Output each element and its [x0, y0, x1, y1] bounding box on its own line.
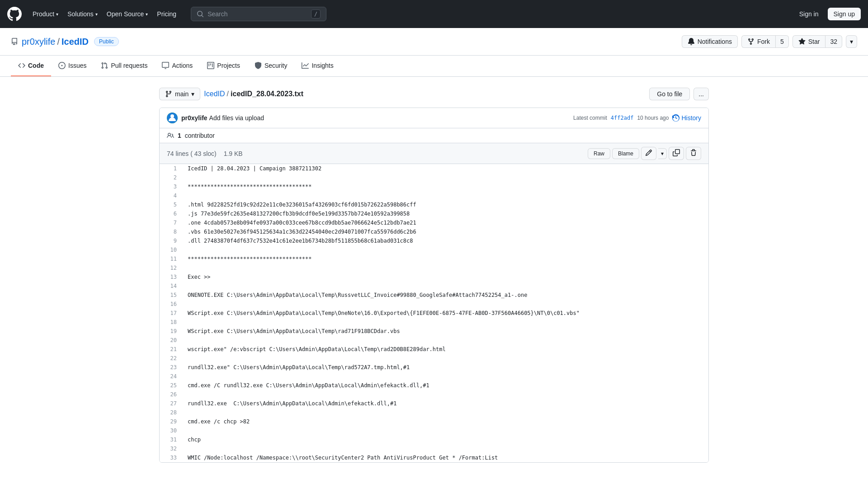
- table-row: 23rundll32.exe" C:\Users\Admin\AppData\L…: [160, 363, 708, 372]
- file-viewer-actions: Raw Blame ▾: [588, 147, 701, 160]
- line-number[interactable]: 10: [160, 245, 182, 254]
- line-code: [182, 191, 708, 200]
- tab-actions[interactable]: Actions: [155, 56, 200, 76]
- line-number[interactable]: 22: [160, 354, 182, 363]
- line-number[interactable]: 24: [160, 372, 182, 381]
- line-number[interactable]: 26: [160, 390, 182, 399]
- commit-author-link[interactable]: pr0xylife: [181, 114, 208, 122]
- line-number[interactable]: 29: [160, 417, 182, 426]
- tab-issues[interactable]: Issues: [51, 56, 94, 76]
- tab-pullrequests[interactable]: Pull requests: [94, 56, 155, 76]
- line-number[interactable]: 33: [160, 453, 182, 462]
- line-number[interactable]: 5: [160, 200, 182, 209]
- line-number[interactable]: 30: [160, 426, 182, 435]
- goto-file-button[interactable]: Go to file: [649, 88, 690, 100]
- table-row: 16: [160, 300, 708, 309]
- sub-nav: Code Issues Pull requests Actions Projec…: [0, 56, 868, 77]
- tab-security[interactable]: Security: [247, 56, 295, 76]
- star-button[interactable]: Star: [793, 35, 826, 48]
- table-row: 10: [160, 245, 708, 254]
- table-row: 7.one 4cdab0573e8b094fe0937a00c033cee67b…: [160, 218, 708, 227]
- line-number[interactable]: 1: [160, 164, 182, 173]
- svg-point-0: [170, 114, 174, 118]
- branch-selector[interactable]: main ▾: [159, 88, 200, 100]
- file-path-repo[interactable]: IcedID: [204, 90, 225, 98]
- github-logo[interactable]: [7, 7, 22, 21]
- fork-button[interactable]: Fork: [741, 35, 776, 48]
- search-shortcut: /: [311, 9, 321, 19]
- edit-button[interactable]: [641, 147, 656, 160]
- nav-product[interactable]: Product ▾: [29, 8, 62, 20]
- history-icon: [672, 114, 679, 122]
- line-number[interactable]: 12: [160, 263, 182, 272]
- line-number[interactable]: 16: [160, 300, 182, 309]
- more-options-button[interactable]: ...: [693, 88, 709, 100]
- signin-button[interactable]: Sign in: [794, 8, 824, 20]
- delete-button[interactable]: [686, 147, 701, 160]
- blame-button[interactable]: Blame: [612, 148, 639, 159]
- fork-button-group: Fork 5: [741, 35, 789, 48]
- signup-button[interactable]: Sign up: [828, 8, 861, 20]
- table-row: 21wscript.exe" /e:vbscript C:\Users\Admi…: [160, 345, 708, 354]
- line-number[interactable]: 27: [160, 399, 182, 408]
- github-logo-icon: [7, 7, 22, 21]
- line-number[interactable]: 19: [160, 327, 182, 336]
- line-number[interactable]: 14: [160, 282, 182, 291]
- commit-text: pr0xylife Add files via upload: [181, 114, 264, 122]
- repo-owner-link[interactable]: pr0xylife: [22, 37, 55, 47]
- line-number[interactable]: 15: [160, 291, 182, 300]
- line-number[interactable]: 17: [160, 309, 182, 318]
- line-code: WScript.exe C:\Users\Admin\AppData\Local…: [182, 309, 708, 318]
- tab-code[interactable]: Code: [11, 56, 51, 76]
- file-stats-text: 74 lines ( 43 sloc) 1.9 KB: [167, 150, 243, 157]
- line-number[interactable]: 23: [160, 363, 182, 372]
- table-row: 12: [160, 263, 708, 272]
- raw-button[interactable]: Raw: [588, 148, 610, 159]
- line-number[interactable]: 2: [160, 173, 182, 182]
- line-code: .dll 27483870f4df637c7532e41c61e2ee1b673…: [182, 236, 708, 245]
- table-row: 9.dll 27483870f4df637c7532e41c61e2ee1b67…: [160, 236, 708, 245]
- repo-visibility-badge: Public: [94, 37, 119, 46]
- line-code: cmd.exe /c chcp >82: [182, 417, 708, 426]
- tab-insights[interactable]: Insights: [294, 56, 340, 76]
- line-number[interactable]: 4: [160, 191, 182, 200]
- line-number[interactable]: 9: [160, 236, 182, 245]
- latest-commit-label: Latest commit: [573, 115, 607, 121]
- copy-button[interactable]: [669, 147, 684, 160]
- nav-pricing[interactable]: Pricing: [153, 8, 180, 20]
- nav-opensource[interactable]: Open Source ▾: [103, 8, 152, 20]
- line-number[interactable]: 7: [160, 218, 182, 227]
- line-number[interactable]: 13: [160, 272, 182, 282]
- line-number[interactable]: 3: [160, 182, 182, 191]
- edit-dropdown-button[interactable]: ▾: [658, 148, 667, 159]
- repo-name-link[interactable]: IcedID: [61, 37, 89, 47]
- line-number[interactable]: 32: [160, 444, 182, 453]
- repo-breadcrumb: pr0xylife / IcedID Public: [11, 37, 119, 47]
- line-number[interactable]: 11: [160, 254, 182, 263]
- nav-solutions[interactable]: Solutions ▾: [64, 8, 101, 20]
- table-row: 17WScript.exe C:\Users\Admin\AppData\Loc…: [160, 309, 708, 318]
- pencil-icon: [645, 149, 652, 156]
- branch-icon: [165, 90, 172, 98]
- line-number[interactable]: 6: [160, 209, 182, 218]
- star-count-button[interactable]: 32: [826, 35, 842, 48]
- notifications-button[interactable]: Notifications: [682, 35, 738, 48]
- line-number[interactable]: 18: [160, 318, 182, 327]
- line-number[interactable]: 31: [160, 435, 182, 444]
- fork-count-button[interactable]: 5: [776, 35, 789, 48]
- line-code: [182, 390, 708, 399]
- line-code: [182, 282, 708, 291]
- line-number[interactable]: 20: [160, 336, 182, 345]
- main-content: main ▾ IcedID / icedID_28.04.2023.txt Go…: [145, 77, 723, 474]
- line-number[interactable]: 28: [160, 408, 182, 417]
- commit-hash-link[interactable]: 4ff2adf: [611, 115, 634, 121]
- table-row: 25cmd.exe /C rundll32.exe C:\Users\Admin…: [160, 381, 708, 390]
- line-number[interactable]: 8: [160, 227, 182, 236]
- line-number[interactable]: 25: [160, 381, 182, 390]
- history-link[interactable]: History: [672, 114, 701, 122]
- tab-projects[interactable]: Projects: [200, 56, 247, 76]
- nav-search[interactable]: Search /: [191, 7, 326, 21]
- add-star-button[interactable]: ▾: [846, 35, 857, 48]
- line-number[interactable]: 21: [160, 345, 182, 354]
- line-code: [182, 173, 708, 182]
